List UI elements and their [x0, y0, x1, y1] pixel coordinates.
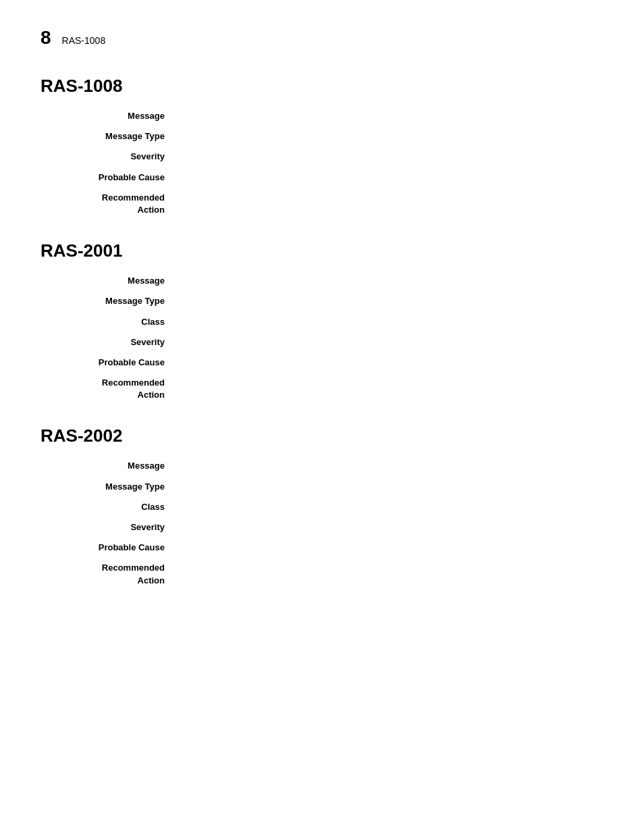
field-value — [176, 295, 644, 307]
field-row: Recommended Action — [41, 562, 644, 586]
field-value — [176, 275, 644, 287]
field-label: Message — [41, 460, 176, 472]
field-row: Class — [41, 316, 644, 328]
field-label: Probable Cause — [41, 357, 176, 369]
field-row: Message — [41, 275, 644, 287]
field-label: Severity — [41, 336, 176, 348]
field-row: Probable Cause — [41, 357, 644, 369]
field-row: Severity — [41, 521, 644, 533]
field-row: Message — [41, 460, 644, 472]
field-label: Severity — [41, 521, 176, 533]
field-label: Message — [41, 275, 176, 287]
field-label: Recommended Action — [41, 377, 176, 401]
field-value — [176, 110, 644, 122]
section-title-ras-2001: RAS-2001 — [41, 240, 644, 261]
field-label: Severity — [41, 151, 176, 163]
field-value — [176, 377, 644, 401]
field-row: Recommended Action — [41, 377, 644, 401]
field-value — [176, 336, 644, 348]
field-label: Probable Cause — [41, 542, 176, 554]
field-row: Probable Cause — [41, 172, 644, 184]
field-label: Class — [41, 501, 176, 513]
section-ras-1008: RAS-1008MessageMessage TypeSeverityProba… — [41, 76, 644, 216]
field-row: Recommended Action — [41, 192, 644, 216]
section-ras-2002: RAS-2002MessageMessage TypeClassSeverity… — [41, 425, 644, 586]
field-row: Probable Cause — [41, 542, 644, 554]
section-ras-2001: RAS-2001MessageMessage TypeClassSeverity… — [41, 240, 644, 401]
field-row: Message Type — [41, 130, 644, 142]
field-row: Class — [41, 501, 644, 513]
field-row: Message — [41, 110, 644, 122]
field-value — [176, 481, 644, 493]
field-value — [176, 501, 644, 513]
field-row: Severity — [41, 151, 644, 163]
field-value — [176, 151, 644, 163]
field-value — [176, 460, 644, 472]
field-row: Message Type — [41, 481, 644, 493]
field-label: Message — [41, 110, 176, 122]
field-value — [176, 521, 644, 533]
field-value — [176, 316, 644, 328]
field-value — [176, 542, 644, 554]
section-title-ras-2002: RAS-2002 — [41, 425, 644, 446]
page-number: 8 — [41, 27, 51, 49]
page-title-small: RAS-1008 — [62, 35, 106, 46]
section-title-ras-1008: RAS-1008 — [41, 76, 644, 97]
field-label: Message Type — [41, 481, 176, 493]
field-value — [176, 357, 644, 369]
field-label: Recommended Action — [41, 562, 176, 586]
page-header: 8 RAS-1008 — [41, 27, 644, 49]
field-value — [176, 130, 644, 142]
field-label: Probable Cause — [41, 172, 176, 184]
field-label: Message Type — [41, 130, 176, 142]
field-value — [176, 192, 644, 216]
field-value — [176, 172, 644, 184]
field-value — [176, 562, 644, 586]
field-label: Message Type — [41, 295, 176, 307]
field-row: Message Type — [41, 295, 644, 307]
field-row: Severity — [41, 336, 644, 348]
field-label: Recommended Action — [41, 192, 176, 216]
field-label: Class — [41, 316, 176, 328]
